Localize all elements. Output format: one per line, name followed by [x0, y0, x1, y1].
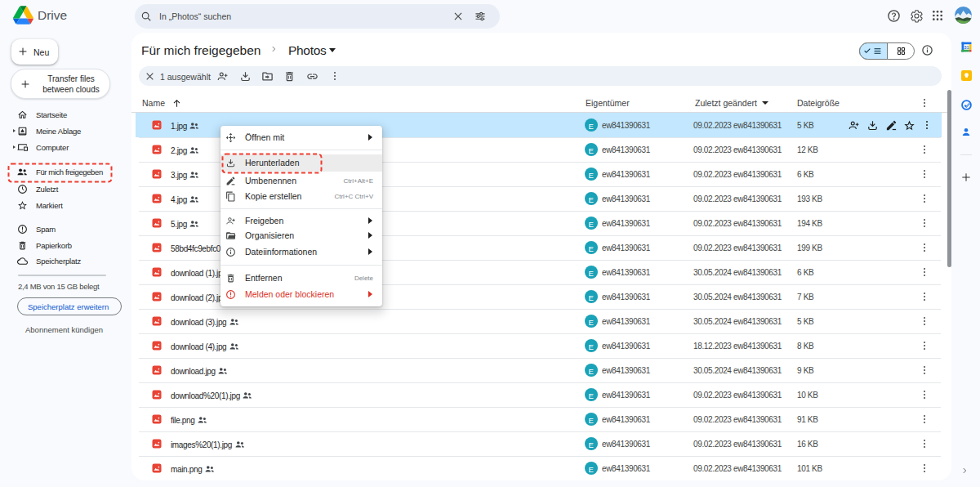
svg-text:31: 31: [964, 44, 969, 49]
